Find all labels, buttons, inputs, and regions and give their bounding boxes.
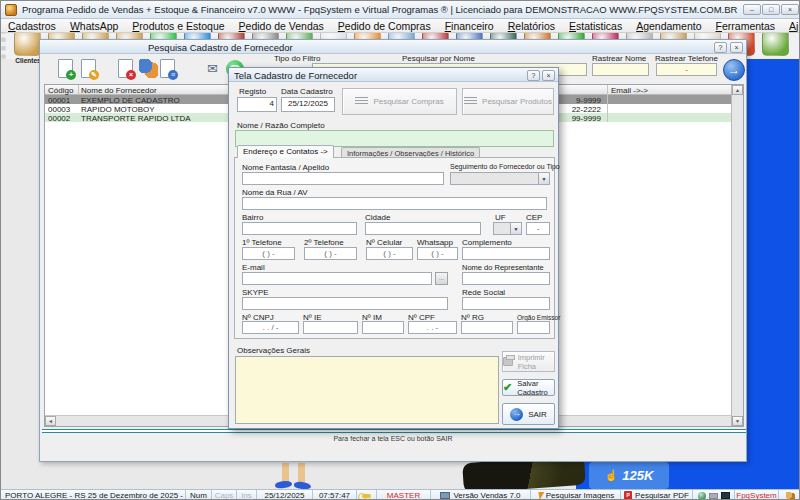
col-code-header[interactable]: Código <box>48 86 73 95</box>
menu-item-cadastros[interactable]: Cadastros <box>1 19 63 32</box>
flash-icon <box>535 492 544 500</box>
skype-input[interactable] <box>242 297 448 310</box>
tel1-label: 1º Telefone <box>242 238 282 247</box>
track-phone-input[interactable]: - <box>656 63 717 76</box>
seguimento-label: Seguimento do Fornecedor ou Tipo <box>450 163 560 170</box>
clients-icon[interactable] <box>14 30 41 56</box>
pdf-icon: P <box>624 491 632 500</box>
registro-input[interactable]: 4 <box>237 97 277 112</box>
orgao-emissor-input[interactable] <box>517 321 550 334</box>
tel1-input[interactable]: ( ) - <box>242 247 295 260</box>
background-art-blue-right <box>747 57 800 489</box>
close-icon[interactable]: × <box>730 42 743 53</box>
bairro-input[interactable] <box>242 222 357 235</box>
menu-item-financeiro[interactable]: Financeiro <box>438 19 501 32</box>
delete-record-icon[interactable]: × <box>118 59 133 78</box>
vertical-scrollbar[interactable]: ▲ ▼ <box>731 85 743 426</box>
printer-icon[interactable] <box>709 493 718 499</box>
menu-bar: CadastrosWhatsAppProdutos e EstoquePedid… <box>1 19 800 33</box>
chevron-down-icon[interactable]: ▼ <box>538 173 549 184</box>
rede-social-label: Rede Social <box>462 288 505 297</box>
ie-input[interactable] <box>303 321 358 334</box>
list-icon <box>464 97 477 106</box>
menu-item-pedido-de-compras[interactable]: Pedido de Compras <box>331 19 438 32</box>
sair-button[interactable]: → SAIR <box>502 403 555 425</box>
menu-item-estatisticas[interactable]: Estatisticas <box>562 19 629 32</box>
add-record-icon[interactable]: + <box>58 59 73 78</box>
monitor-icon[interactable] <box>721 492 730 499</box>
column-divider <box>607 85 608 122</box>
help-icon[interactable]: ? <box>527 70 540 81</box>
chevron-down-icon[interactable]: ▼ <box>510 223 521 234</box>
whatsapp-input[interactable]: ( ) - <box>417 247 458 260</box>
clients-icon-wrap: Clientes <box>14 30 42 58</box>
contacts-icon[interactable] <box>139 59 158 78</box>
rg-input[interactable] <box>461 321 513 334</box>
celular-input[interactable]: ( ) - <box>366 247 413 260</box>
salvar-cadastro-button[interactable]: ✔ Salvar Cadastro <box>502 379 555 396</box>
complemento-label: Complemento <box>462 238 512 247</box>
status-bar: PORTO ALEGRE - RS 25 de Dezembro de 2025… <box>1 489 800 500</box>
representante-input[interactable] <box>462 272 550 285</box>
print-list-icon[interactable]: ≡ <box>160 59 175 78</box>
nome-fantasia-input[interactable] <box>242 172 444 185</box>
email-more-button[interactable]: ... <box>435 272 448 285</box>
menu-item-agendamento[interactable]: Agendamento <box>629 19 708 32</box>
imprimir-ficha-button[interactable]: Imprimir Ficha <box>502 351 555 372</box>
tel2-label: 2º Telefone <box>304 238 344 247</box>
pesquisar-compras-button[interactable]: Pesquisar Compras <box>342 88 457 115</box>
tools-icon[interactable] <box>762 30 789 56</box>
pesquisar-compras-label: Pesquisar Compras <box>373 97 443 106</box>
help-icon[interactable]: ? <box>714 42 727 53</box>
menu-item-whatsapp[interactable]: WhatsApp <box>63 19 125 32</box>
observacoes-label: Observações Gerais <box>237 346 310 355</box>
search-images-label: Pesquisar Imagens <box>546 491 614 500</box>
cnpj-input[interactable]: . . / - <box>242 321 299 334</box>
search-pdf-button[interactable]: P Pesquisar PDF <box>621 490 693 500</box>
globe-icon[interactable] <box>698 492 706 500</box>
rua-input[interactable] <box>242 197 547 210</box>
search-images-button[interactable]: Pesquisar Imagens <box>531 490 621 500</box>
uf-select[interactable]: ▼ <box>493 222 522 235</box>
close-icon[interactable]: × <box>542 70 555 81</box>
search-by-name-label: Pesquisar por Nome <box>402 54 475 63</box>
edit-record-icon[interactable]: ✎ <box>81 59 96 78</box>
tel2-input[interactable]: ( ) - <box>304 247 357 260</box>
scroll-down-icon[interactable]: ▼ <box>732 416 743 426</box>
rua-label: Nome da Rua / AV <box>242 188 308 197</box>
menu-item-ajuda-e-suporte[interactable]: Ajuda e Suporte <box>782 19 800 32</box>
teal-divider <box>42 429 746 433</box>
col-email-header[interactable]: Email ->-> <box>611 86 648 95</box>
observacoes-textarea[interactable] <box>235 356 499 424</box>
scroll-up-icon[interactable]: ▲ <box>732 85 743 95</box>
minimize-button[interactable]: – <box>743 4 761 15</box>
mail-icon[interactable]: ✉ <box>207 61 218 76</box>
cep-input[interactable]: - <box>526 222 550 235</box>
restore-button[interactable]: □ <box>762 4 780 15</box>
rede-social-input[interactable] <box>462 297 550 310</box>
track-name-input[interactable] <box>592 63 649 76</box>
track-phone-label: Rastrear Telefone <box>655 54 718 63</box>
application-window: Programa Pedido de Vendas + Estoque & Fi… <box>0 0 800 500</box>
menu-item-ferramentas[interactable]: Ferramentas <box>709 19 783 32</box>
scroll-left-icon[interactable]: ◄ <box>45 416 56 426</box>
complemento-input[interactable] <box>462 247 550 260</box>
im-input[interactable] <box>362 321 404 334</box>
close-button[interactable]: × <box>781 4 799 15</box>
cpf-input[interactable]: . . - <box>408 321 457 334</box>
menu-item-pedido-de-vendas[interactable]: Pedido de Vendas <box>232 19 331 32</box>
column-divider <box>78 85 79 95</box>
pesquisar-produtos-label: Pesquisar Produtos <box>482 97 552 106</box>
seguimento-select[interactable]: ▼ <box>450 172 550 185</box>
menu-item-produtos-e-estoque[interactable]: Produtos e Estoque <box>125 19 231 32</box>
salvar-cadastro-label: Salvar Cadastro <box>517 379 554 397</box>
pesquisar-produtos-button[interactable]: Pesquisar Produtos <box>462 88 554 115</box>
cidade-input[interactable] <box>365 222 481 235</box>
go-search-button[interactable]: → <box>723 59 745 81</box>
status-num: Num <box>186 490 212 500</box>
col-name-header[interactable]: Nome do Fornecedor <box>81 86 157 95</box>
email-input[interactable] <box>242 272 432 285</box>
data-cadastro-input[interactable]: 25/12/2025 <box>281 97 335 112</box>
menu-item-relat-rios[interactable]: Relatórios <box>501 19 562 32</box>
tab-endereco-contatos[interactable]: Endereço e Contatos -> <box>237 145 334 158</box>
